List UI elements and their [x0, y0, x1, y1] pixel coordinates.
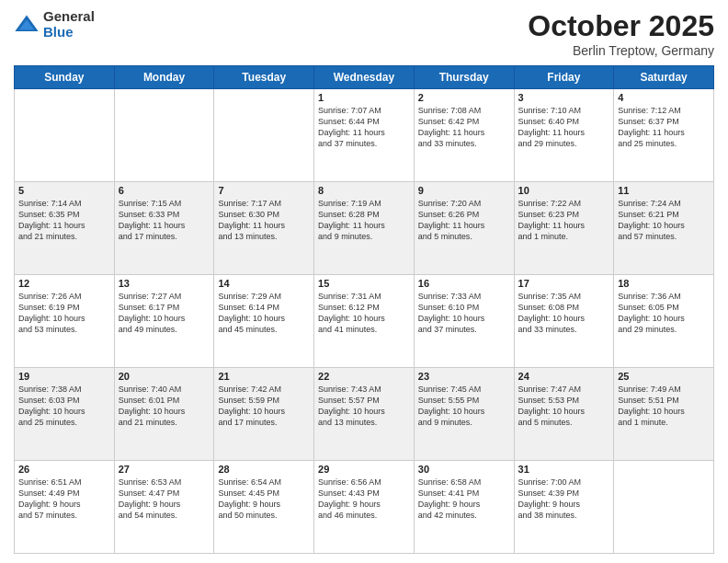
- day-number: 12: [18, 278, 110, 289]
- day-info: Sunrise: 7:49 AM Sunset: 5:51 PM Dayligh…: [618, 384, 710, 429]
- title-area: October 2025 Berlin Treptow, Germany: [528, 9, 714, 58]
- logo-text: General Blue: [43, 9, 95, 40]
- day-info: Sunrise: 7:42 AM Sunset: 5:59 PM Dayligh…: [218, 384, 310, 429]
- day-number: 31: [518, 464, 610, 475]
- week-row-3: 12Sunrise: 7:26 AM Sunset: 6:19 PM Dayli…: [15, 275, 714, 368]
- day-number: 3: [518, 92, 610, 103]
- day-number: 16: [418, 278, 510, 289]
- day-info: Sunrise: 7:36 AM Sunset: 6:05 PM Dayligh…: [618, 291, 710, 336]
- day-number: 1: [318, 92, 410, 103]
- day-info: Sunrise: 7:43 AM Sunset: 5:57 PM Dayligh…: [318, 384, 410, 429]
- calendar-cell: 26Sunrise: 6:51 AM Sunset: 4:49 PM Dayli…: [15, 461, 115, 554]
- day-info: Sunrise: 7:35 AM Sunset: 6:08 PM Dayligh…: [518, 291, 610, 336]
- day-info: Sunrise: 7:26 AM Sunset: 6:19 PM Dayligh…: [18, 291, 110, 336]
- day-number: 25: [618, 371, 710, 382]
- day-number: 18: [618, 278, 710, 289]
- calendar-cell: 27Sunrise: 6:53 AM Sunset: 4:47 PM Dayli…: [114, 461, 214, 554]
- calendar-cell: 3Sunrise: 7:10 AM Sunset: 6:40 PM Daylig…: [514, 89, 614, 182]
- day-number: 5: [18, 185, 110, 196]
- day-number: 4: [618, 92, 710, 103]
- col-header-friday: Friday: [514, 66, 614, 89]
- day-info: Sunrise: 7:27 AM Sunset: 6:17 PM Dayligh…: [119, 291, 210, 336]
- calendar-cell: 16Sunrise: 7:33 AM Sunset: 6:10 PM Dayli…: [414, 275, 514, 368]
- calendar-cell: 2Sunrise: 7:08 AM Sunset: 6:42 PM Daylig…: [414, 89, 514, 182]
- calendar-cell: 18Sunrise: 7:36 AM Sunset: 6:05 PM Dayli…: [614, 275, 714, 368]
- calendar-cell: 28Sunrise: 6:54 AM Sunset: 4:45 PM Dayli…: [214, 461, 314, 554]
- calendar-cell: 4Sunrise: 7:12 AM Sunset: 6:37 PM Daylig…: [614, 89, 714, 182]
- day-number: 22: [318, 371, 410, 382]
- week-row-4: 19Sunrise: 7:38 AM Sunset: 6:03 PM Dayli…: [15, 368, 714, 461]
- logo-general-label: General: [43, 9, 95, 25]
- calendar-cell: 14Sunrise: 7:29 AM Sunset: 6:14 PM Dayli…: [214, 275, 314, 368]
- day-number: 13: [119, 278, 210, 289]
- calendar-cell: 29Sunrise: 6:56 AM Sunset: 4:43 PM Dayli…: [314, 461, 415, 554]
- day-number: 26: [18, 464, 110, 475]
- day-info: Sunrise: 7:14 AM Sunset: 6:35 PM Dayligh…: [18, 198, 110, 243]
- calendar-cell: 8Sunrise: 7:19 AM Sunset: 6:28 PM Daylig…: [314, 182, 415, 275]
- month-title: October 2025: [528, 9, 714, 43]
- day-number: 21: [218, 371, 310, 382]
- calendar-table: SundayMondayTuesdayWednesdayThursdayFrid…: [14, 65, 714, 554]
- location-subtitle: Berlin Treptow, Germany: [528, 43, 714, 58]
- header: General Blue October 2025 Berlin Treptow…: [14, 9, 714, 58]
- calendar-cell: 23Sunrise: 7:45 AM Sunset: 5:55 PM Dayli…: [414, 368, 514, 461]
- col-header-wednesday: Wednesday: [314, 66, 415, 89]
- week-row-1: 1Sunrise: 7:07 AM Sunset: 6:44 PM Daylig…: [15, 89, 714, 182]
- day-number: 9: [418, 185, 510, 196]
- col-header-sunday: Sunday: [15, 66, 115, 89]
- day-info: Sunrise: 7:24 AM Sunset: 6:21 PM Dayligh…: [618, 198, 710, 243]
- day-number: 29: [318, 464, 410, 475]
- day-info: Sunrise: 7:31 AM Sunset: 6:12 PM Dayligh…: [318, 291, 410, 336]
- day-info: Sunrise: 7:07 AM Sunset: 6:44 PM Dayligh…: [318, 105, 410, 150]
- day-info: Sunrise: 7:40 AM Sunset: 6:01 PM Dayligh…: [119, 384, 210, 429]
- col-header-monday: Monday: [114, 66, 214, 89]
- calendar-cell: 17Sunrise: 7:35 AM Sunset: 6:08 PM Dayli…: [514, 275, 614, 368]
- day-number: 6: [119, 185, 210, 196]
- week-row-2: 5Sunrise: 7:14 AM Sunset: 6:35 PM Daylig…: [15, 182, 714, 275]
- day-info: Sunrise: 7:00 AM Sunset: 4:39 PM Dayligh…: [518, 477, 610, 522]
- calendar-cell: [614, 461, 714, 554]
- day-info: Sunrise: 7:19 AM Sunset: 6:28 PM Dayligh…: [318, 198, 410, 243]
- calendar-cell: 15Sunrise: 7:31 AM Sunset: 6:12 PM Dayli…: [314, 275, 415, 368]
- day-number: 20: [119, 371, 210, 382]
- day-number: 2: [418, 92, 510, 103]
- col-header-thursday: Thursday: [414, 66, 514, 89]
- day-info: Sunrise: 7:20 AM Sunset: 6:26 PM Dayligh…: [418, 198, 510, 243]
- calendar-cell: [15, 89, 115, 182]
- day-info: Sunrise: 7:17 AM Sunset: 6:30 PM Dayligh…: [218, 198, 310, 243]
- day-number: 15: [318, 278, 410, 289]
- calendar-cell: 10Sunrise: 7:22 AM Sunset: 6:23 PM Dayli…: [514, 182, 614, 275]
- day-number: 14: [218, 278, 310, 289]
- calendar-cell: 6Sunrise: 7:15 AM Sunset: 6:33 PM Daylig…: [114, 182, 214, 275]
- calendar-cell: 22Sunrise: 7:43 AM Sunset: 5:57 PM Dayli…: [314, 368, 415, 461]
- week-row-5: 26Sunrise: 6:51 AM Sunset: 4:49 PM Dayli…: [15, 461, 714, 554]
- day-info: Sunrise: 7:33 AM Sunset: 6:10 PM Dayligh…: [418, 291, 510, 336]
- day-info: Sunrise: 7:47 AM Sunset: 5:53 PM Dayligh…: [518, 384, 610, 429]
- day-info: Sunrise: 7:22 AM Sunset: 6:23 PM Dayligh…: [518, 198, 610, 243]
- calendar-cell: 12Sunrise: 7:26 AM Sunset: 6:19 PM Dayli…: [15, 275, 115, 368]
- day-info: Sunrise: 6:53 AM Sunset: 4:47 PM Dayligh…: [119, 477, 210, 522]
- day-info: Sunrise: 6:51 AM Sunset: 4:49 PM Dayligh…: [18, 477, 110, 522]
- day-number: 28: [218, 464, 310, 475]
- logo-icon: [14, 12, 40, 38]
- col-header-tuesday: Tuesday: [214, 66, 314, 89]
- day-info: Sunrise: 6:54 AM Sunset: 4:45 PM Dayligh…: [218, 477, 310, 522]
- page: General Blue October 2025 Berlin Treptow…: [0, 0, 728, 563]
- calendar-cell: 24Sunrise: 7:47 AM Sunset: 5:53 PM Dayli…: [514, 368, 614, 461]
- calendar-cell: 7Sunrise: 7:17 AM Sunset: 6:30 PM Daylig…: [214, 182, 314, 275]
- calendar-header-row: SundayMondayTuesdayWednesdayThursdayFrid…: [15, 66, 714, 89]
- day-number: 7: [218, 185, 310, 196]
- day-number: 24: [518, 371, 610, 382]
- calendar-cell: 1Sunrise: 7:07 AM Sunset: 6:44 PM Daylig…: [314, 89, 415, 182]
- col-header-saturday: Saturday: [614, 66, 714, 89]
- day-number: 11: [618, 185, 710, 196]
- calendar-cell: 30Sunrise: 6:58 AM Sunset: 4:41 PM Dayli…: [414, 461, 514, 554]
- day-number: 17: [518, 278, 610, 289]
- day-number: 19: [18, 371, 110, 382]
- calendar-cell: 9Sunrise: 7:20 AM Sunset: 6:26 PM Daylig…: [414, 182, 514, 275]
- day-info: Sunrise: 7:15 AM Sunset: 6:33 PM Dayligh…: [119, 198, 210, 243]
- day-number: 8: [318, 185, 410, 196]
- day-info: Sunrise: 7:29 AM Sunset: 6:14 PM Dayligh…: [218, 291, 310, 336]
- calendar-cell: 25Sunrise: 7:49 AM Sunset: 5:51 PM Dayli…: [614, 368, 714, 461]
- calendar-cell: 21Sunrise: 7:42 AM Sunset: 5:59 PM Dayli…: [214, 368, 314, 461]
